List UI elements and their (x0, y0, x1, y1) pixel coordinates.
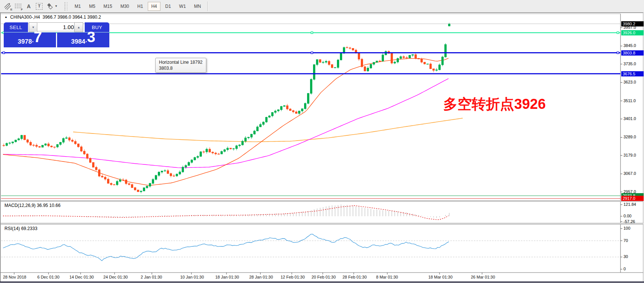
time-axis-label: 12 Feb 01:30 (281, 275, 305, 279)
volume-increase-button[interactable]: ▲ (74, 22, 83, 32)
time-axis-label: 28 Feb 01:30 (343, 275, 367, 279)
rsi-pane-separator[interactable] (1, 223, 643, 224)
time-axis-label: 28 Jan 01:30 (249, 275, 273, 279)
time-axis-label: 8 Mar 01:30 (376, 275, 398, 279)
time-axis-label: 18 Jan 01:30 (215, 275, 239, 279)
price-badge: 3980.2 (621, 21, 644, 26)
time-axis-label: 20 Feb 01:30 (312, 275, 336, 279)
sell-price-display[interactable]: 3978.7 (4, 32, 56, 47)
sell-button[interactable]: SELL (4, 22, 28, 32)
buy-price-main: 3984 (71, 38, 85, 45)
rsi-tick: 70 (623, 238, 628, 243)
chart-title: ▲ CHINA300-,H4 3966.7 3986.0 3964.1 3980… (4, 15, 101, 20)
chart-text-annotation[interactable]: 多空转折点3926 (443, 95, 546, 114)
horizontal-line-tooltip: Horizontal Line 18792 3803.8 (155, 58, 206, 73)
rsi-label: RSI(14) 69.2333 (4, 226, 37, 231)
rsi-tick: 0 (623, 267, 626, 271)
price-badge: 3926.0 (621, 30, 644, 35)
one-click-trading-panel: SELL ▼ ▲ BUY 3978.7 3984.3 (4, 22, 109, 47)
price-badge: 3676.5 (621, 71, 644, 76)
time-axis-label: 6 Dec 01:30 (37, 275, 59, 279)
volume-input[interactable] (37, 22, 76, 31)
price-tick: 3623.0 (623, 80, 636, 84)
price-tick: 3401.0 (623, 116, 636, 121)
price-badge: 2917.0 (621, 196, 644, 201)
price-tick: 3511.0 (623, 98, 636, 103)
macd-label: MACD(12,26,9) 36.95 10.66 (4, 203, 60, 208)
mt4-application: E F A T ▼ M1M5M15M30H1H4D (0, 0, 644, 283)
time-axis-label: 2 Jan 01:30 (141, 275, 162, 279)
tooltip-line2: 3803.8 (159, 65, 203, 71)
tooltip-line1: Horizontal Line 18792 (159, 59, 203, 65)
time-axis-label: 18 Mar 01:30 (428, 275, 453, 279)
buy-price-display[interactable]: 3984.3 (57, 32, 109, 47)
price-badge: 3803.8 (621, 50, 644, 56)
symbol-triangle-icon: ▲ (4, 15, 7, 19)
price-tick: 3179.0 (623, 153, 636, 157)
time-axis-label: 28 Nov 2018 (3, 275, 26, 279)
price-tick: 3845.0 (623, 43, 636, 48)
rsi-tick: 100 (623, 226, 630, 230)
rsi-tick: 30 (623, 254, 628, 259)
chart-symbol: CHINA300-,H4 (10, 15, 40, 20)
time-axis-label: 26 Mar 01:30 (471, 275, 495, 279)
macd-tick: 0.00 (623, 214, 631, 218)
price-tick: 3289.0 (623, 135, 636, 139)
sell-price-main: 3978 (18, 38, 32, 45)
price-tick: 3067.0 (623, 171, 636, 176)
chart-ohlc-values: 3966.7 3986.0 3964.1 3980.2 (43, 15, 101, 20)
price-tick: 3735.0 (623, 62, 636, 66)
macd-tick: -57.26 (623, 219, 635, 224)
macd-tick: 121.84 (623, 202, 636, 207)
time-axis-label: 10 Jan 01:30 (180, 275, 204, 279)
time-axis-label: 24 Dec 01:30 (103, 275, 128, 279)
macd-pane-separator[interactable] (1, 200, 643, 202)
window-bottom-border (0, 282, 644, 283)
time-axis-label: 14 Dec 01:30 (69, 275, 94, 279)
sell-price-fraction: .7 (32, 31, 42, 47)
buy-price-fraction: .3 (85, 31, 95, 47)
